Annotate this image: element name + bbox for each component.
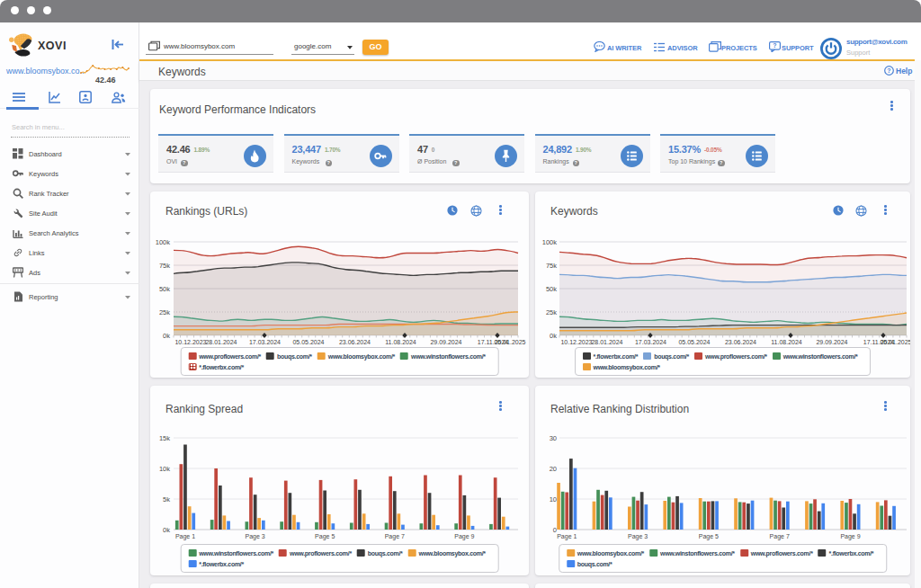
svg-text:Page 9: Page 9 (840, 533, 860, 540)
svg-text:Page 7: Page 7 (385, 533, 405, 540)
svg-text:10.12.2023: 10.12.2023 (174, 339, 206, 345)
svg-text:10: 10 (550, 495, 557, 503)
svg-text:?: ? (773, 42, 776, 49)
svg-text:Page 5: Page 5 (315, 533, 335, 540)
svg-text:Page 1: Page 1 (175, 533, 195, 540)
svg-text:05.05.2024: 05.05.2024 (292, 339, 324, 345)
svg-text:?: ? (887, 67, 890, 74)
svg-text:Page 3: Page 3 (628, 533, 648, 540)
svg-text:5k: 5k (163, 495, 170, 503)
svg-text:15k: 15k (159, 434, 170, 442)
svg-text:05.05.2024: 05.05.2024 (678, 339, 710, 345)
svg-text:Page 5: Page 5 (699, 533, 719, 540)
svg-text:23.06.2024: 23.06.2024 (725, 339, 756, 345)
svg-text:28.01.2024: 28.01.2024 (591, 339, 622, 345)
svg-text:23.06.2024: 23.06.2024 (339, 339, 371, 345)
svg-text:17.03.2024: 17.03.2024 (249, 339, 281, 345)
svg-text:Page 1: Page 1 (557, 533, 577, 540)
svg-text:11.08.2024: 11.08.2024 (771, 339, 802, 345)
svg-text:Page 9: Page 9 (454, 533, 474, 540)
svg-text:11.08.2024: 11.08.2024 (385, 339, 416, 345)
svg-text:20: 20 (550, 465, 557, 473)
svg-text:30: 30 (550, 434, 557, 442)
svg-text:05.01.2025: 05.01.2025 (880, 339, 910, 345)
svg-text:29.09.2024: 29.09.2024 (430, 339, 461, 345)
svg-text:10.12.2023: 10.12.2023 (560, 339, 592, 345)
svg-text:28.01.2024: 28.01.2024 (205, 339, 237, 345)
svg-text:Page 7: Page 7 (770, 533, 790, 540)
svg-text:Page 3: Page 3 (246, 533, 265, 540)
svg-text:29.09.2024: 29.09.2024 (816, 339, 847, 345)
svg-text:05.01.2025: 05.01.2025 (494, 339, 525, 345)
svg-text:17.03.2024: 17.03.2024 (635, 339, 666, 345)
svg-text:10k: 10k (159, 465, 170, 473)
svg-text:0k: 0k (163, 526, 170, 534)
